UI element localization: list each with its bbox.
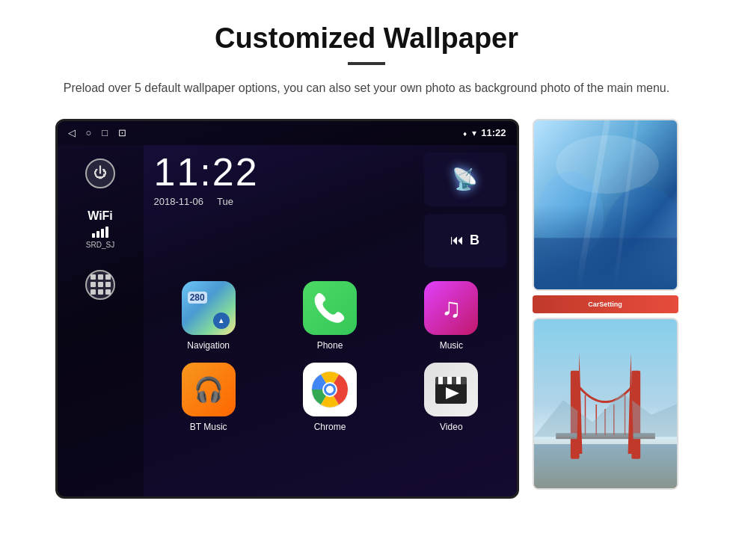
chrome-app-icon[interactable] bbox=[303, 363, 357, 416]
dot bbox=[91, 282, 96, 287]
wallpaper-thumb-ice[interactable] bbox=[533, 119, 678, 291]
list-item[interactable]: 🎧 BT Music bbox=[154, 363, 263, 432]
dot bbox=[91, 274, 96, 280]
nav-buttons: ◁ ○ □ ⊡ bbox=[68, 127, 127, 138]
ice-wallpaper-preview bbox=[534, 120, 677, 289]
wifi-label: WiFi bbox=[88, 209, 113, 223]
clock-time: 11:22 bbox=[154, 153, 259, 191]
main-content: ◁ ○ □ ⊡ ⬧ ▾ 11:22 ⏻ WiFi bbox=[45, 119, 688, 499]
signal-icon: 📡 bbox=[452, 167, 478, 191]
navigation-app-icon[interactable]: ▲ bbox=[182, 281, 236, 335]
track-label: B bbox=[470, 233, 479, 248]
svg-rect-6 bbox=[438, 377, 443, 384]
status-bar: ◁ ○ □ ⊡ ⬧ ▾ 11:22 bbox=[58, 121, 517, 145]
wifi-bar-3 bbox=[101, 229, 104, 238]
location-icon: ⬧ bbox=[462, 128, 467, 138]
title-divider bbox=[348, 62, 385, 65]
app-grid: ▲ Navigation 📞 Phone ♫ bbox=[154, 281, 506, 432]
wifi-status-icon: ▾ bbox=[472, 128, 476, 138]
wallpaper-thumb-bridge[interactable] bbox=[533, 318, 678, 490]
svg-rect-18 bbox=[534, 444, 677, 488]
phone-app-icon[interactable]: 📞 bbox=[303, 281, 357, 335]
svg-rect-7 bbox=[447, 377, 452, 384]
clock-block: 11:22 2018-11-06 Tue bbox=[154, 153, 259, 207]
clock-area: 11:22 2018-11-06 Tue 📡 ⏮ B bbox=[154, 153, 506, 268]
back-icon[interactable]: ◁ bbox=[68, 127, 76, 138]
app-label: Music bbox=[440, 340, 463, 351]
app-label: Chrome bbox=[314, 422, 346, 432]
status-indicators: ⬧ ▾ 11:22 bbox=[462, 127, 506, 138]
apps-button[interactable] bbox=[85, 270, 115, 300]
left-sidebar: ⏻ WiFi SRD_SJ bbox=[58, 145, 144, 496]
page-title: Customized Wallpaper bbox=[215, 22, 518, 55]
clock-date: 2018-11-06 Tue bbox=[154, 196, 259, 207]
power-button[interactable]: ⏻ bbox=[85, 159, 115, 188]
grid-icon bbox=[91, 274, 111, 295]
status-time: 11:22 bbox=[481, 127, 506, 138]
wifi-bars bbox=[92, 226, 108, 238]
home-screen-area: 11:22 2018-11-06 Tue 📡 ⏮ B bbox=[144, 145, 517, 496]
svg-point-3 bbox=[326, 386, 334, 393]
day-value: Tue bbox=[217, 196, 233, 207]
dot bbox=[98, 289, 103, 295]
list-item[interactable]: ▲ Navigation bbox=[154, 281, 263, 351]
wifi-bar-4 bbox=[105, 227, 108, 238]
app-label: Navigation bbox=[187, 340, 230, 351]
video-app-icon[interactable] bbox=[424, 363, 478, 416]
media-widgets: 📡 ⏮ B bbox=[424, 153, 506, 268]
prev-track-button[interactable]: ⏮ bbox=[450, 233, 464, 248]
list-item[interactable]: 📞 Phone bbox=[275, 281, 384, 351]
music-app-icon[interactable]: ♫ bbox=[424, 281, 478, 335]
dot bbox=[91, 289, 96, 295]
dot bbox=[98, 282, 103, 287]
wallpaper-thumbnails: CarSetting bbox=[533, 119, 678, 499]
carsetting-label: CarSetting bbox=[588, 301, 622, 308]
list-item[interactable]: ♫ Music bbox=[396, 281, 506, 351]
list-item[interactable]: Video bbox=[396, 363, 506, 432]
wifi-bar-1 bbox=[92, 233, 95, 238]
media-player-widget: ⏮ B bbox=[424, 214, 506, 268]
list-item[interactable]: Chrome bbox=[275, 363, 384, 432]
video-svg-icon bbox=[432, 371, 470, 408]
app-label: BT Music bbox=[190, 422, 227, 432]
dot bbox=[98, 274, 103, 280]
dot bbox=[105, 274, 111, 280]
svg-rect-8 bbox=[456, 377, 461, 384]
date-value: 2018-11-06 bbox=[154, 196, 204, 207]
page-description: Preload over 5 default wallpaper options… bbox=[64, 79, 669, 98]
wifi-widget: WiFi SRD_SJ bbox=[86, 209, 114, 249]
carsetting-strip: CarSetting bbox=[533, 295, 678, 313]
android-screen: ◁ ○ □ ⊡ ⬧ ▾ 11:22 ⏻ WiFi bbox=[55, 119, 519, 499]
app-label: Phone bbox=[317, 340, 343, 351]
wifi-bar-2 bbox=[96, 231, 99, 238]
bridge-wallpaper-preview bbox=[534, 319, 677, 488]
signal-widget: 📡 bbox=[424, 153, 506, 206]
home-icon[interactable]: ○ bbox=[86, 127, 92, 138]
svg-rect-14 bbox=[534, 238, 677, 289]
chrome-svg-icon bbox=[310, 370, 349, 409]
screen-body: ⏻ WiFi SRD_SJ bbox=[58, 145, 517, 496]
dot bbox=[105, 289, 111, 295]
screenshot-icon[interactable]: ⊡ bbox=[118, 127, 126, 138]
wifi-ssid: SRD_SJ bbox=[86, 241, 114, 249]
recents-icon[interactable]: □ bbox=[102, 127, 108, 138]
compass-icon: ▲ bbox=[213, 313, 230, 329]
app-label: Video bbox=[440, 422, 462, 432]
bt-music-app-icon[interactable]: 🎧 bbox=[182, 363, 236, 416]
dot bbox=[105, 282, 111, 287]
